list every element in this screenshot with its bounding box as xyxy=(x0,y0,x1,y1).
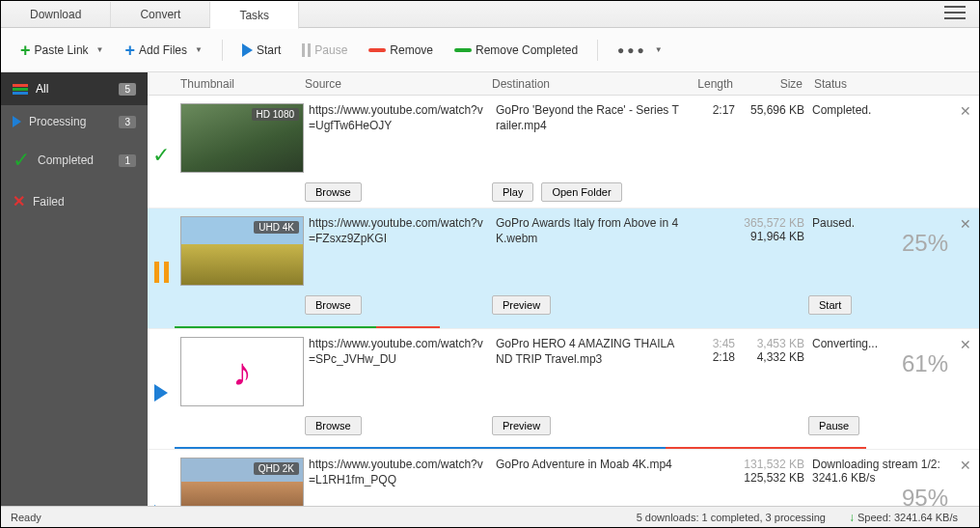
col-status[interactable]: Status xyxy=(808,77,979,91)
minus-icon xyxy=(454,48,472,52)
size-value: 125,532 KB xyxy=(743,471,804,485)
play-icon xyxy=(154,384,168,402)
check-icon: ✓ xyxy=(152,143,170,168)
progress-bar xyxy=(175,326,979,328)
sidebar-item-processing[interactable]: Processing 3 xyxy=(1,105,148,138)
plus-icon: + xyxy=(124,43,135,57)
sidebar-item-label: All xyxy=(36,82,111,96)
remove-button[interactable]: Remove xyxy=(361,40,441,61)
length-value xyxy=(685,216,739,286)
play-icon xyxy=(154,505,168,506)
statusbar: Ready 5 downloads: 1 completed, 3 proces… xyxy=(1,506,979,527)
browse-button[interactable]: Browse xyxy=(305,295,362,315)
thumbnail[interactable]: ♪ xyxy=(180,337,304,406)
col-destination[interactable]: Destination xyxy=(492,77,685,91)
check-icon: ✓ xyxy=(13,148,30,173)
col-size[interactable]: Size xyxy=(739,77,808,91)
count-badge: 1 xyxy=(119,154,136,167)
dots-icon: ●●● xyxy=(617,43,647,57)
resolution-badge: QHD 2K xyxy=(254,462,299,475)
task-row[interactable]: ✕ UHD 4K https://www.youtube.com/watch?v… xyxy=(148,208,979,329)
size-total: 365,572 KB xyxy=(743,216,804,230)
close-icon[interactable]: ✕ xyxy=(960,337,971,352)
col-thumbnail[interactable]: Thumbnail xyxy=(175,77,305,91)
task-row[interactable]: ✕ ♪ https://www.youtube.com/watch?v=SPc_… xyxy=(148,329,979,450)
destination-file: GoPro HERO 4 AMAZING THAILAND TRIP Trave… xyxy=(496,337,681,367)
chevron-down-icon: ▼ xyxy=(96,45,104,54)
sidebar-item-completed[interactable]: ✓ Completed 1 xyxy=(1,138,148,182)
play-button[interactable]: Play xyxy=(492,182,533,202)
preview-button[interactable]: Preview xyxy=(492,295,551,315)
sidebar-item-failed[interactable]: ✕ Failed xyxy=(1,182,148,220)
play-icon xyxy=(13,116,21,127)
length-total: 3:45 xyxy=(689,337,735,350)
tab-convert[interactable]: Convert xyxy=(111,2,210,27)
percent-value: 95% xyxy=(812,485,975,506)
start-row-button[interactable]: Start xyxy=(808,295,852,315)
rows-scroll[interactable]: ✕ ✓ HD 1080 https://www.youtube.com/watc… xyxy=(148,96,979,506)
thumbnail[interactable]: QHD 2K xyxy=(180,458,304,506)
source-url: https://www.youtube.com/watch?v=SPc_JVHw… xyxy=(309,337,488,367)
tab-download[interactable]: Download xyxy=(1,2,111,27)
close-icon[interactable]: ✕ xyxy=(960,103,971,119)
remove-label: Remove xyxy=(390,43,433,57)
percent-value: 25% xyxy=(812,230,975,257)
count-badge: 3 xyxy=(119,116,136,128)
status-ready: Ready xyxy=(11,512,41,523)
separator xyxy=(222,40,223,61)
close-icon[interactable]: ✕ xyxy=(960,458,971,473)
paste-link-button[interactable]: + Paste Link ▼ xyxy=(13,40,111,61)
browse-button[interactable]: Browse xyxy=(305,416,362,435)
chevron-down-icon: ▼ xyxy=(195,45,203,54)
status-text: Converting... xyxy=(812,337,975,350)
progress-bar xyxy=(175,447,979,449)
task-row[interactable]: ✕ ✓ HD 1080 https://www.youtube.com/watc… xyxy=(148,96,979,208)
start-label: Start xyxy=(257,43,281,57)
list-icon xyxy=(13,83,28,96)
column-headers: Thumbnail Source Destination Length Size… xyxy=(148,72,979,96)
add-files-label: Add Files xyxy=(139,43,187,57)
col-length[interactable]: Length xyxy=(685,77,739,91)
sidebar-item-all[interactable]: All 5 xyxy=(1,72,148,105)
thumbnail[interactable]: UHD 4K xyxy=(180,216,304,286)
download-icon: ↓ xyxy=(849,511,855,524)
col-source[interactable]: Source xyxy=(305,77,492,91)
destination-file: GoPro Awards Italy from Above in 4K.webm xyxy=(496,216,681,246)
status-summary: 5 downloads: 1 completed, 3 processing xyxy=(625,512,837,523)
resolution-badge: HD 1080 xyxy=(252,108,299,121)
destination-file: GoPro 'Beyond the Race' - Series Trailer… xyxy=(496,103,681,133)
tab-tasks[interactable]: Tasks xyxy=(210,1,299,29)
size-total: 131,532 KB xyxy=(743,458,804,471)
sidebar-item-label: Completed xyxy=(38,153,111,167)
sidebar-item-label: Processing xyxy=(29,115,111,128)
source-url: https://www.youtube.com/watch?v=UgfTw6He… xyxy=(309,103,488,133)
chevron-down-icon: ▼ xyxy=(655,45,663,54)
menu-button[interactable] xyxy=(931,2,979,26)
length-value: 2:18 xyxy=(689,350,735,364)
hamburger-icon xyxy=(944,6,966,19)
browse-button[interactable]: Browse xyxy=(305,182,362,202)
pause-icon xyxy=(154,262,169,283)
close-icon[interactable]: ✕ xyxy=(960,216,971,232)
minus-icon xyxy=(368,48,386,52)
sidebar: All 5 Processing 3 ✓ Completed 1 ✕ Faile… xyxy=(1,72,148,506)
start-button[interactable]: Start xyxy=(234,40,288,61)
status-text: Completed. xyxy=(808,103,979,173)
pause-row-button[interactable]: Pause xyxy=(808,416,859,435)
resolution-badge: UHD 4K xyxy=(254,221,299,234)
paste-link-label: Paste Link xyxy=(35,43,89,57)
pause-button[interactable]: Pause xyxy=(294,40,355,61)
length-value: 2:17 xyxy=(685,103,739,173)
remove-completed-button[interactable]: Remove Completed xyxy=(447,40,585,61)
thumbnail[interactable]: HD 1080 xyxy=(180,103,304,173)
status-speed: Speed: 3241.64 KB/s xyxy=(858,512,958,523)
plus-icon: + xyxy=(20,43,31,57)
add-files-button[interactable]: + Add Files ▼ xyxy=(117,40,209,61)
destination-file: GoPro Adventure in Moab 4K.mp4 xyxy=(496,458,681,473)
sidebar-item-label: Failed xyxy=(33,195,136,208)
size-total: 3,453 KB xyxy=(743,337,804,350)
preview-button[interactable]: Preview xyxy=(492,416,551,435)
more-button[interactable]: ●●● ▼ xyxy=(610,40,670,61)
task-row[interactable]: ✕ QHD 2K https://www.youtube.com/watch?v… xyxy=(148,450,979,506)
open-folder-button[interactable]: Open Folder xyxy=(541,182,621,202)
